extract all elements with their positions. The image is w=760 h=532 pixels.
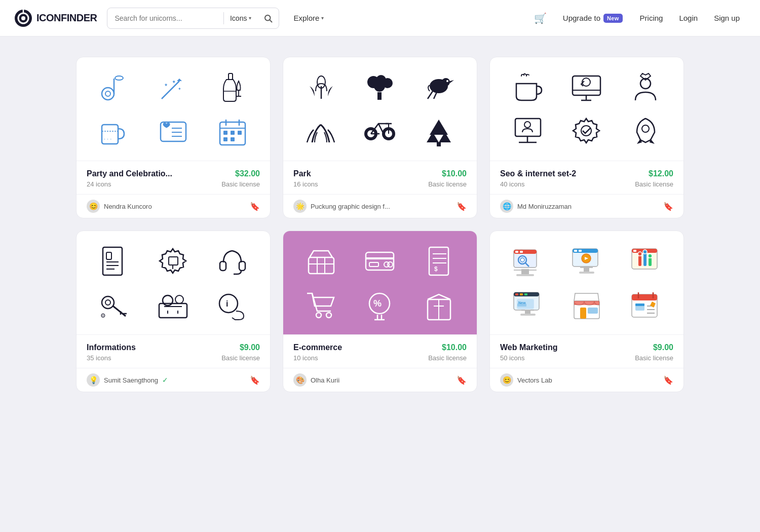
author-party[interactable]: 😊 Nendra Kuncoro xyxy=(87,200,152,213)
verified-icon: ✓ xyxy=(162,376,168,384)
upgrade-button[interactable]: Upgrade to New xyxy=(556,10,630,27)
bookmark-icon[interactable]: 🔖 xyxy=(250,375,260,385)
svg-rect-123 xyxy=(574,250,577,252)
svg-rect-124 xyxy=(579,250,582,252)
card-title: Web Marketing xyxy=(500,343,558,352)
search-icon xyxy=(263,14,273,23)
icon-gear-check xyxy=(569,113,604,148)
icon-headset xyxy=(215,243,250,279)
author-webmarketing[interactable]: 😊 Vectors Lab xyxy=(500,373,552,387)
card-license: Basic license xyxy=(428,354,467,362)
icon-new-monitor: New xyxy=(510,287,545,322)
nav-right: 🛒 Upgrade to New Pricing Login Sign up xyxy=(529,8,746,28)
svg-rect-99 xyxy=(429,247,448,275)
author-park[interactable]: 🌟 Puckung graphic design f... xyxy=(293,200,390,213)
svg-rect-132 xyxy=(633,250,636,252)
svg-rect-129 xyxy=(579,272,594,274)
card-ecommerce[interactable]: $ % xyxy=(283,231,477,392)
svg-text:✦: ✦ xyxy=(178,87,181,91)
svg-point-66 xyxy=(642,125,649,132)
icon-calendar xyxy=(215,113,250,148)
card-preview-party: ✦ ★ ✦ xyxy=(77,57,270,161)
icon-monitor xyxy=(569,69,604,105)
card-info-party: Party and Celebratio... $32.00 24 icons … xyxy=(77,161,270,194)
card-price: $9.00 xyxy=(653,343,673,352)
card-title: Seo & internet set-2 xyxy=(500,169,576,178)
card-info-ecommerce: E-commerce $10.00 10 icons Basic license xyxy=(283,334,477,368)
card-seo[interactable]: Seo & internet set-2 $12.00 40 icons Bas… xyxy=(489,57,684,218)
new-badge: New xyxy=(603,14,623,23)
svg-point-88 xyxy=(219,294,238,313)
chevron-down-icon: ▾ xyxy=(321,15,324,21)
svg-point-39 xyxy=(374,81,385,92)
icon-heart-list xyxy=(156,113,191,148)
icon-tree xyxy=(362,69,398,105)
card-webmarketing[interactable]: New xyxy=(489,231,684,392)
signup-link[interactable]: Sign up xyxy=(708,10,746,26)
bookmark-icon[interactable]: 🔖 xyxy=(663,375,673,385)
search-input[interactable] xyxy=(107,8,223,28)
search-button[interactable] xyxy=(257,8,279,28)
svg-point-80 xyxy=(105,300,110,305)
icon-credit-card xyxy=(362,243,398,279)
cart-icon[interactable]: 🛒 xyxy=(529,8,552,28)
card-park[interactable]: Park $10.00 16 icons Basic license 🌟 Puc… xyxy=(283,57,477,218)
card-preview-ecommerce: $ % xyxy=(283,231,477,334)
author-avatar: 💡 xyxy=(87,373,100,387)
icon-store xyxy=(569,287,604,322)
bookmark-icon[interactable]: 🔖 xyxy=(250,202,260,211)
author-ecommerce[interactable]: 🎨 Olha Kurii xyxy=(293,373,339,387)
svg-point-87 xyxy=(175,295,183,303)
svg-rect-142 xyxy=(520,293,523,295)
icon-design-monitor xyxy=(569,243,604,279)
card-party[interactable]: ✦ ★ ✦ xyxy=(76,57,271,218)
svg-rect-34 xyxy=(231,137,235,141)
search-type-dropdown[interactable]: Icons ▾ xyxy=(224,14,257,22)
svg-rect-82 xyxy=(159,303,187,318)
icon-tulips xyxy=(303,69,338,105)
icon-basket xyxy=(303,243,338,279)
main-content: ✦ ★ ✦ xyxy=(46,36,714,412)
svg-point-98 xyxy=(388,262,393,267)
login-link[interactable]: Login xyxy=(673,10,704,26)
author-name: Nendra Kuncoro xyxy=(104,203,152,210)
svg-point-64 xyxy=(524,122,530,128)
card-info-webmarketing: Web Marketing $9.00 50 icons Basic licen… xyxy=(490,334,683,368)
bookmark-icon[interactable]: 🔖 xyxy=(663,202,673,211)
svg-point-137 xyxy=(643,250,647,254)
svg-rect-30 xyxy=(223,131,227,135)
svg-rect-149 xyxy=(520,314,536,316)
svg-point-2 xyxy=(21,16,25,20)
card-count: 35 icons xyxy=(87,354,111,362)
icon-grass xyxy=(303,113,338,148)
card-license: Basic license xyxy=(221,354,260,362)
icon-wand: ✦ ★ ✦ xyxy=(156,69,191,105)
card-info[interactable]: ⚙ i xyxy=(76,231,271,392)
card-info-info: Informations $9.00 35 icons Basic licens… xyxy=(77,334,270,368)
svg-marker-50 xyxy=(430,120,448,135)
svg-line-5 xyxy=(270,20,272,22)
author-info[interactable]: 💡 Sumit Saengthong ✓ xyxy=(87,373,168,387)
svg-point-42 xyxy=(442,78,450,86)
svg-rect-31 xyxy=(231,131,235,135)
pricing-link[interactable]: Pricing xyxy=(634,10,669,26)
icon-seo-search xyxy=(510,243,545,279)
logo[interactable]: ICONFINDER xyxy=(14,9,97,27)
svg-rect-141 xyxy=(515,293,518,295)
explore-menu[interactable]: Explore ▾ xyxy=(287,10,330,26)
card-count: 40 icons xyxy=(500,180,524,188)
svg-point-7 xyxy=(105,91,110,96)
svg-rect-114 xyxy=(520,251,523,253)
author-name: Sumit Saengthong xyxy=(104,376,158,384)
svg-point-117 xyxy=(520,258,524,262)
svg-point-44 xyxy=(446,80,448,82)
icon-presenter xyxy=(510,113,545,148)
bookmark-icon[interactable]: 🔖 xyxy=(457,202,467,211)
card-preview-info: ⚙ i xyxy=(77,231,270,334)
card-preview-park xyxy=(283,57,477,161)
author-seo[interactable]: 🌐 Md Moniruzzaman xyxy=(500,200,572,213)
bookmark-icon[interactable]: 🔖 xyxy=(457,375,467,385)
card-price: $9.00 xyxy=(240,343,260,352)
svg-rect-40 xyxy=(377,92,382,100)
svg-rect-159 xyxy=(635,303,644,306)
